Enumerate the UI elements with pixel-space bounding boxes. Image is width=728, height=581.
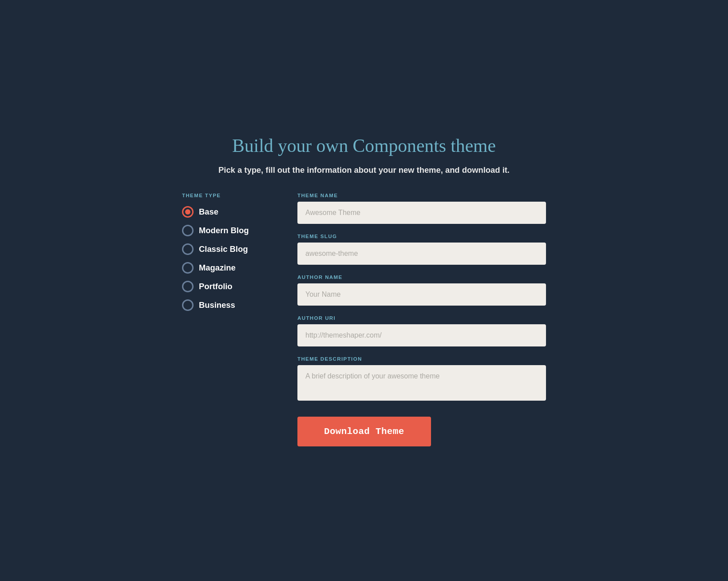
radio-dot-base: [185, 209, 190, 215]
radio-label-business: Business: [199, 300, 235, 310]
author-name-label: Author Name: [297, 275, 546, 280]
theme-type-label: Theme Type: [182, 193, 280, 198]
theme-description-group: Theme Description: [297, 356, 546, 402]
radio-custom-business: [182, 299, 194, 311]
radio-custom-portfolio: [182, 281, 194, 292]
radio-label-base: Base: [199, 207, 218, 217]
radio-item-magazine[interactable]: Magazine: [182, 262, 280, 274]
download-wrapper: Download Theme: [297, 412, 546, 446]
author-name-input[interactable]: [297, 283, 546, 306]
radio-label-modern-blog: Modern Blog: [199, 226, 249, 235]
radio-custom-magazine: [182, 262, 194, 274]
theme-description-label: Theme Description: [297, 356, 546, 362]
theme-name-label: Theme Name: [297, 193, 546, 198]
theme-name-input[interactable]: [297, 202, 546, 224]
page-subtitle: Pick a type, fill out the information ab…: [182, 165, 546, 175]
radio-label-magazine: Magazine: [199, 263, 236, 273]
theme-type-panel: Theme Type Base Modern Blog: [182, 193, 280, 446]
theme-type-radio-group: Base Modern Blog Classic Blog Magazine: [182, 206, 280, 311]
theme-slug-label: Theme Slug: [297, 234, 546, 239]
radio-item-portfolio[interactable]: Portfolio: [182, 281, 280, 292]
theme-slug-input[interactable]: [297, 243, 546, 265]
radio-custom-classic-blog: [182, 243, 194, 255]
radio-item-business[interactable]: Business: [182, 299, 280, 311]
author-name-group: Author Name: [297, 275, 546, 306]
download-button[interactable]: Download Theme: [297, 417, 431, 446]
form-panel: Theme Name Theme Slug Author Name Author…: [297, 193, 546, 446]
theme-description-input[interactable]: [297, 365, 546, 401]
author-uri-group: Author URI: [297, 315, 546, 346]
theme-slug-group: Theme Slug: [297, 234, 546, 265]
radio-item-base[interactable]: Base: [182, 206, 280, 218]
theme-name-group: Theme Name: [297, 193, 546, 224]
author-uri-input[interactable]: [297, 324, 546, 346]
radio-custom-modern-blog: [182, 225, 194, 236]
form-layout: Theme Type Base Modern Blog: [182, 193, 546, 446]
page-title: Build your own Components theme: [182, 135, 546, 156]
radio-custom-base: [182, 206, 194, 218]
author-uri-label: Author URI: [297, 315, 546, 321]
page-container: Build your own Components theme Pick a t…: [182, 135, 546, 446]
radio-item-classic-blog[interactable]: Classic Blog: [182, 243, 280, 255]
radio-label-portfolio: Portfolio: [199, 282, 233, 291]
radio-label-classic-blog: Classic Blog: [199, 244, 248, 254]
radio-item-modern-blog[interactable]: Modern Blog: [182, 225, 280, 236]
